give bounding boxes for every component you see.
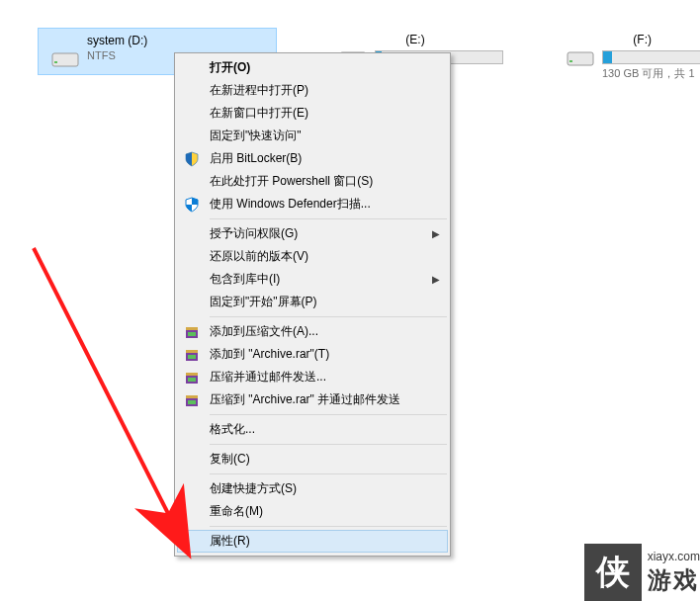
menu-add-archive[interactable]: 添加到压缩文件(A)...: [177, 320, 448, 343]
svg-rect-16: [186, 395, 198, 398]
menu-open-new-window[interactable]: 在新窗口中打开(E): [177, 102, 448, 125]
watermark-brand: 游戏: [648, 564, 700, 596]
watermark-logo: 侠: [584, 544, 642, 601]
svg-rect-1: [54, 61, 57, 63]
context-menu: 打开(O) 在新进程中打开(P) 在新窗口中打开(E) 固定到"快速访问" 启用…: [174, 52, 451, 557]
menu-pin-start[interactable]: 固定到"开始"屏幕(P): [177, 291, 448, 313]
svg-line-18: [34, 248, 186, 549]
drive-f-label: (F:): [602, 33, 700, 48]
menu-grant-access[interactable]: 授予访问权限(G)▶: [177, 222, 448, 245]
menu-restore-versions[interactable]: 还原以前的版本(V): [177, 245, 448, 268]
svg-rect-13: [186, 373, 198, 376]
watermark: 侠 xiayx.com 游戏: [584, 544, 700, 601]
svg-rect-14: [188, 378, 196, 382]
menu-separator: [210, 218, 447, 219]
menu-separator: [210, 444, 447, 445]
winrar-icon: [183, 369, 201, 386]
menu-properties[interactable]: 属性(R): [177, 530, 448, 553]
drive-d-label: system (D:): [87, 34, 147, 49]
menu-rename[interactable]: 重命名(M): [177, 500, 448, 523]
drive-f-status: 130 GB 可用，共 1: [602, 66, 700, 81]
menu-pin-quick-access[interactable]: 固定到"快速访问": [177, 125, 448, 147]
svg-rect-11: [188, 355, 196, 359]
svg-rect-17: [188, 400, 196, 404]
menu-compress-rar-email[interactable]: 压缩到 "Archive.rar" 并通过邮件发送: [177, 388, 448, 411]
svg-rect-7: [186, 327, 198, 330]
drive-d-info: system (D:) NTFS: [87, 34, 147, 61]
menu-include-library[interactable]: 包含到库中(I)▶: [177, 268, 448, 291]
drive-e-label: (E:): [375, 33, 503, 48]
drive-d-fs: NTFS: [87, 49, 147, 61]
menu-separator: [210, 473, 447, 474]
hdd-icon: [567, 50, 594, 68]
drive-f-usage-bar: [602, 50, 700, 64]
defender-icon: [183, 196, 201, 214]
menu-open[interactable]: 打开(O): [177, 56, 448, 79]
menu-format[interactable]: 格式化...: [177, 418, 448, 441]
svg-rect-10: [186, 350, 198, 353]
menu-open-new-process[interactable]: 在新进程中打开(P): [177, 79, 448, 102]
menu-separator: [210, 414, 447, 415]
menu-create-shortcut[interactable]: 创建快捷方式(S): [177, 477, 448, 500]
drive-f-info: (F:) 130 GB 可用，共 1: [602, 33, 700, 81]
svg-rect-0: [52, 53, 78, 66]
menu-defender-scan[interactable]: 使用 Windows Defender扫描...: [177, 193, 448, 215]
menu-separator: [210, 316, 447, 317]
chevron-right-icon: ▶: [432, 274, 440, 285]
menu-bitlocker[interactable]: 启用 BitLocker(B): [177, 147, 448, 170]
svg-rect-5: [569, 60, 572, 62]
menu-copy[interactable]: 复制(C): [177, 448, 448, 471]
svg-rect-4: [568, 52, 593, 65]
drive-f[interactable]: (F:) 130 GB 可用，共 1: [554, 28, 700, 86]
hdd-icon: [51, 51, 79, 69]
chevron-right-icon: ▶: [432, 228, 440, 239]
svg-rect-8: [188, 332, 196, 336]
menu-powershell[interactable]: 在此处打开 Powershell 窗口(S): [177, 170, 448, 193]
menu-add-archive-rar[interactable]: 添加到 "Archive.rar"(T): [177, 343, 448, 366]
watermark-site: xiayx.com: [648, 549, 700, 564]
winrar-icon: [183, 323, 201, 341]
menu-compress-email[interactable]: 压缩并通过邮件发送...: [177, 366, 448, 388]
winrar-icon: [183, 346, 201, 364]
winrar-icon: [183, 391, 201, 409]
menu-separator: [210, 526, 447, 527]
shield-icon: [183, 150, 201, 168]
